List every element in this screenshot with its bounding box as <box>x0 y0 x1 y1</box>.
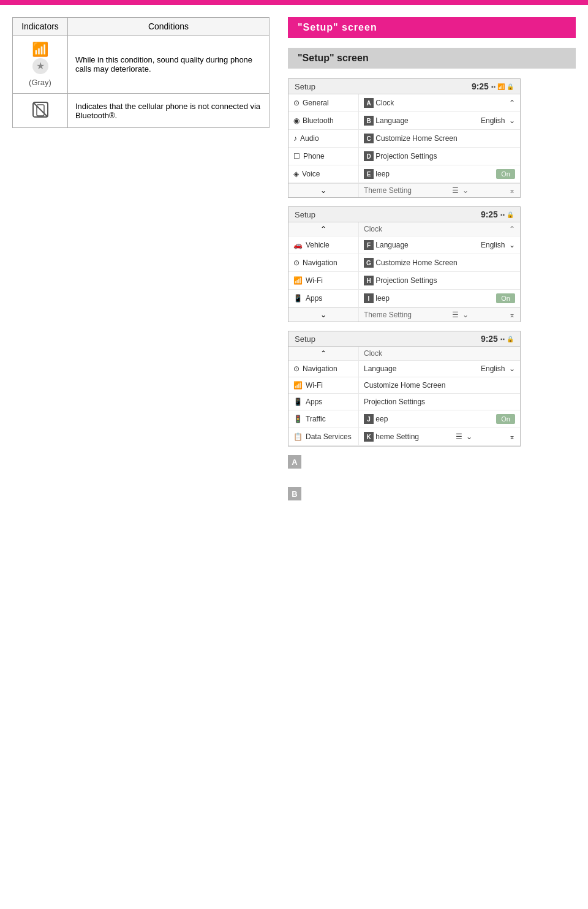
setup-right-clock: A Clock ⌃ <box>359 94 520 111</box>
right-content-customize-2: G Customize Home Screen <box>364 258 458 268</box>
setup-row-wifi-3[interactable]: 📶 Wi-Fi Customize Home Screen <box>288 377 520 394</box>
top-bar <box>0 0 588 5</box>
setup-left-traffic: 🚦 Traffic <box>288 410 359 428</box>
double-arrow-2: ⌅ <box>509 311 515 319</box>
setup-header-3: Setup 9:25 ▪▪ 🔒 <box>288 331 520 347</box>
setup-right-projection-2: H Projection Settings <box>359 272 520 289</box>
setup-header-right-1: 9:25 ▪▪ 📶 🔒 <box>472 81 514 91</box>
sleep-toggle-3[interactable]: On <box>496 414 515 424</box>
main-heading: "Setup" screen <box>288 17 576 38</box>
traffic-label: Traffic <box>306 415 326 423</box>
data-services-icon: 📋 <box>293 432 303 441</box>
navigation-label-3: Navigation <box>303 364 337 373</box>
double-arrow-1: ⌅ <box>509 186 515 195</box>
setup-left-apps-3: 📱 Apps <box>288 394 359 410</box>
right-content-customize-3: Customize Home Screen <box>364 381 445 390</box>
setup-right-sleep: E leep On <box>359 165 520 183</box>
right-content-language-3: Language <box>364 364 396 373</box>
setup-row-phone[interactable]: ☐ Phone D Projection Settings <box>288 148 520 165</box>
badge-d: D <box>364 151 374 161</box>
setup-row-apps-3[interactable]: 📱 Apps Projection Settings <box>288 394 520 410</box>
setup-row-bluetooth[interactable]: ◉ Bluetooth B Language English ⌄ <box>288 112 520 130</box>
badge-b: B <box>364 116 374 126</box>
setup-row-voice[interactable]: ◈ Voice E leep On <box>288 165 520 183</box>
footer-left-1: ⌄ <box>288 184 359 197</box>
nav-right-clock-3: Clock <box>359 347 520 360</box>
setup-row-audio[interactable]: ♪ Audio C Customize Home Screen <box>288 130 520 148</box>
bluetooth-icon-svg: ★ <box>32 58 49 75</box>
apps-label-3: Apps <box>306 398 322 406</box>
voice-icon: ◈ <box>293 170 299 178</box>
sub-heading: "Setup" screen <box>288 48 576 69</box>
footer-down-arrow-1: ⌄ <box>320 186 326 195</box>
badge-a: A <box>364 98 374 108</box>
setup-row-wifi[interactable]: 📶 Wi-Fi H Projection Settings <box>288 272 520 290</box>
clock-arrow-up: ⌃ <box>509 99 515 107</box>
setup-left-wifi: 📶 Wi-Fi <box>288 272 359 289</box>
setup-right-customize: C Customize Home Screen <box>359 130 520 147</box>
setup-left-phone: ☐ Phone <box>288 148 359 165</box>
general-icon: ⊙ <box>293 99 300 107</box>
setup-header-1: Setup 9:25 ▪▪ 📶 🔒 <box>288 79 520 94</box>
setup-left-voice: ◈ Voice <box>288 165 359 183</box>
wifi-icon: 📶 <box>497 83 505 90</box>
navigation-label: Navigation <box>303 258 337 267</box>
right-content-language: B Language <box>364 116 409 126</box>
sleep-toggle[interactable]: On <box>496 169 515 179</box>
theme-setting-label-2: Theme Setting <box>364 311 412 319</box>
setup-row-data-services[interactable]: 📋 Data Services K heme Setting ☰ ⌄ ⌅ <box>288 428 520 446</box>
audio-icon: ♪ <box>293 134 297 143</box>
status-icons-1: ▪▪ 📶 🔒 <box>491 83 514 90</box>
bluetooth-gray-icon: 📶 <box>20 42 60 58</box>
clock-label-2: Clock <box>364 225 382 233</box>
status-icons-3: ▪▪ 🔒 <box>500 336 514 342</box>
setup-right-sleep-2: I leep On <box>359 290 520 307</box>
table-row: 📶 ★ (Gray) While in this condition, soun… <box>13 36 270 94</box>
wifi-icon-3: 📶 <box>293 381 303 390</box>
setup-row-navigation-3[interactable]: ⊙ Navigation Language English ⌄ <box>288 361 520 377</box>
setup-nav-top-3: ⌃ Clock <box>288 347 520 361</box>
nav-left-up-2: ⌃ <box>288 222 359 236</box>
footer-right-2: Theme Setting ☰ ⌄ ⌅ <box>359 308 520 322</box>
table-row: Indicates that the cellular phone is not… <box>13 94 270 128</box>
setup-title-3: Setup <box>295 334 315 344</box>
data-services-label: Data Services <box>306 432 352 441</box>
footer-down-arrow-2: ⌄ <box>320 311 326 319</box>
right-content-sleep-2: I leep <box>364 293 390 303</box>
svg-text:★: ★ <box>36 61 45 71</box>
large-badge-b: B <box>288 487 301 500</box>
vehicle-icon: 🚗 <box>293 241 303 249</box>
setup-right-customize-3: Customize Home Screen <box>359 377 520 393</box>
apps-icon-3: 📱 <box>293 398 303 406</box>
setup-row-traffic[interactable]: 🚦 Traffic J eep On <box>288 410 520 428</box>
theme-lines-2: ☰ ⌄ <box>452 311 469 319</box>
navigation-icon: ⊙ <box>293 258 300 267</box>
badge-e: E <box>364 169 374 179</box>
setup-time-2: 9:25 <box>481 209 498 219</box>
badge-g: G <box>364 258 374 268</box>
setup-row-apps[interactable]: 📱 Apps I leep On <box>288 290 520 307</box>
sleep-toggle-2[interactable]: On <box>496 293 515 303</box>
setup-row-navigation[interactable]: ⊙ Navigation G Customize Home Screen <box>288 254 520 272</box>
badge-k: K <box>364 432 374 442</box>
footer-right-1: Theme Setting ☰ ⌄ ⌅ <box>359 184 520 197</box>
lock-icon-2: 🔒 <box>507 211 514 218</box>
setup-row-general[interactable]: ⊙ General A Clock ⌃ <box>288 94 520 112</box>
setup-left-navigation: ⊙ Navigation <box>288 254 359 271</box>
right-content-theme-3: K heme Setting <box>364 432 419 442</box>
right-content-customize: C Customize Home Screen <box>364 134 458 143</box>
setup-right-language: B Language English ⌄ <box>359 112 520 129</box>
voice-label: Voice <box>302 170 320 178</box>
setup-row-vehicle[interactable]: 🚗 Vehicle F Language English ⌄ <box>288 236 520 254</box>
setup-left-wifi-3: 📶 Wi-Fi <box>288 377 359 393</box>
setup-right-language-2: F Language English ⌄ <box>359 236 520 254</box>
clock-double-up-2: ⌃ <box>509 225 515 233</box>
setup-screen-1: Setup 9:25 ▪▪ 📶 🔒 ⊙ General <box>288 78 521 198</box>
wifi-label-3: Wi-Fi <box>306 381 323 390</box>
nav-left-up-3: ⌃ <box>288 347 359 360</box>
up-arrow-2: ⌃ <box>320 225 326 233</box>
setup-footer-1: ⌄ Theme Setting ☰ ⌄ ⌅ <box>288 183 520 197</box>
badge-c: C <box>364 134 374 143</box>
lock-icon: 🔒 <box>507 83 514 90</box>
setup-title-2: Setup <box>295 210 315 219</box>
